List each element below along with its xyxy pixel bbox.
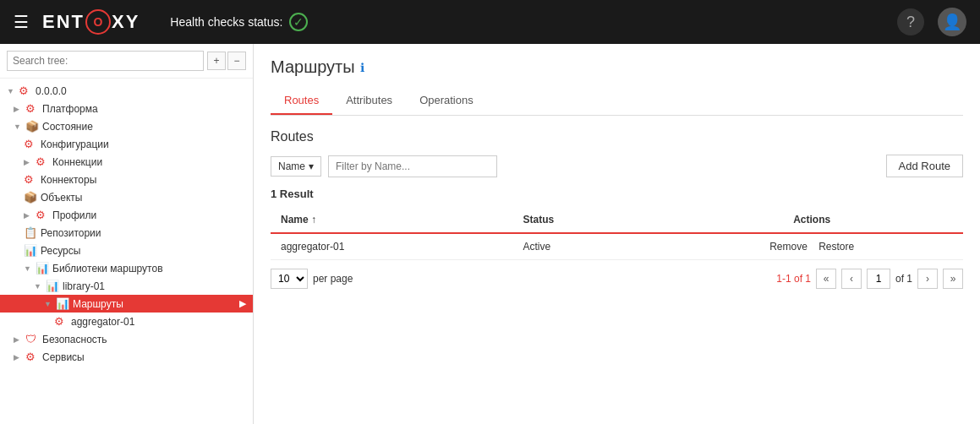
first-page-button[interactable]: « bbox=[816, 269, 836, 289]
tree-expand-routes bbox=[44, 299, 52, 308]
col-name[interactable]: Name ↑ bbox=[271, 207, 512, 233]
tree-item-objects[interactable]: 📦 Объекты bbox=[0, 188, 253, 206]
health-check-icon: ✓ bbox=[289, 13, 308, 31]
tree-label-connections: Коннекции bbox=[52, 156, 102, 168]
tree-item-state[interactable]: 📦 Состояние bbox=[0, 117, 253, 135]
add-route-button[interactable]: Add Route bbox=[886, 155, 963, 177]
logo-text: ENT bbox=[42, 11, 85, 33]
table-row: aggregator-01 Active Remove Restore bbox=[271, 233, 963, 260]
tree-item-route-libs[interactable]: 📊 Библиотеки маршрутов bbox=[0, 259, 253, 277]
last-page-button[interactable]: » bbox=[943, 269, 963, 289]
logo-text2: XY bbox=[112, 11, 140, 33]
tree-icon-objects: 📦 bbox=[24, 191, 37, 204]
tree-expand-connections bbox=[24, 157, 32, 166]
expand-all-icon[interactable]: + bbox=[207, 52, 226, 70]
prev-page-button[interactable]: ‹ bbox=[841, 269, 862, 289]
tree-item-connectors[interactable]: ⚙ Коннекторы bbox=[0, 171, 253, 188]
tree-item-security[interactable]: 🛡 Безопасность bbox=[0, 330, 253, 348]
sidebar: + − ⚙ 0.0.0.0 ⚙ Платформа 📦 Состояние bbox=[0, 44, 254, 424]
tree-icon-profiles: ⚙ bbox=[36, 209, 49, 221]
tree-label-connectors: Коннекторы bbox=[41, 174, 96, 186]
tree-icon-library-01: 📊 bbox=[46, 280, 59, 292]
restore-action[interactable]: Restore bbox=[818, 241, 854, 253]
pagination-info: 1-1 of 1 bbox=[776, 273, 811, 285]
tab-routes[interactable]: Routes bbox=[271, 87, 332, 115]
table-header-row: Name ↑ Status Actions bbox=[271, 207, 963, 233]
tree-label-resources: Ресурсы bbox=[41, 245, 80, 257]
current-page-input[interactable] bbox=[867, 269, 890, 289]
logo-circle: O bbox=[85, 9, 111, 35]
tree-expand-library-01 bbox=[34, 281, 42, 291]
tab-operations[interactable]: Operations bbox=[406, 87, 487, 115]
tree-label-config: Конфигурации bbox=[41, 139, 109, 150]
search-input[interactable] bbox=[7, 51, 204, 71]
tree-expand-state bbox=[14, 122, 22, 131]
tree-item-root[interactable]: ⚙ 0.0.0.0 bbox=[0, 82, 253, 100]
page-title: Маршруты bbox=[271, 57, 355, 77]
row-name[interactable]: aggregator-01 bbox=[271, 233, 512, 260]
tree-item-repos[interactable]: 📋 Репозитории bbox=[0, 224, 253, 242]
tree-expand-route-libs bbox=[24, 264, 32, 273]
tree-label-root: 0.0.0.0 bbox=[36, 85, 67, 97]
tree-icon-state: 📦 bbox=[25, 120, 39, 133]
avatar[interactable]: 👤 bbox=[938, 8, 966, 36]
per-page-label: per page bbox=[313, 273, 353, 285]
tree-label-aggregator-01: aggregator-01 bbox=[71, 316, 134, 328]
per-page-select[interactable]: 10 bbox=[271, 269, 308, 289]
tree: ⚙ 0.0.0.0 ⚙ Платформа 📦 Состояние ⚙ Конф… bbox=[0, 79, 253, 369]
result-count: 1 Result bbox=[271, 188, 963, 200]
section-title: Routes bbox=[271, 129, 963, 144]
row-actions: Remove Restore bbox=[660, 233, 963, 260]
tree-icon-connections: ⚙ bbox=[36, 155, 49, 168]
tree-label-profiles: Профили bbox=[52, 209, 96, 221]
tree-label-platform: Платформа bbox=[42, 103, 98, 115]
tree-icon-connectors: ⚙ bbox=[24, 173, 37, 186]
sort-icon-name: ↑ bbox=[311, 214, 316, 226]
tree-icon-security: 🛡 bbox=[25, 333, 39, 345]
tree-label-objects: Объекты bbox=[41, 192, 83, 204]
help-button[interactable]: ? bbox=[897, 8, 924, 35]
tree-icon-repos: 📋 bbox=[24, 226, 37, 239]
tree-icon-root: ⚙ bbox=[19, 84, 32, 97]
tabs: Routes Attributes Operations bbox=[271, 87, 963, 116]
collapse-all-icon[interactable]: − bbox=[227, 52, 246, 70]
name-filter-dropdown[interactable]: Name ▾ bbox=[271, 156, 321, 177]
hamburger-menu[interactable]: ☰ bbox=[14, 12, 29, 32]
tree-icon-platform: ⚙ bbox=[25, 102, 39, 115]
tree-expand-profiles bbox=[24, 210, 32, 220]
tree-item-platform[interactable]: ⚙ Платформа bbox=[0, 100, 253, 117]
tree-item-services[interactable]: ⚙ Сервисы bbox=[0, 348, 253, 366]
logo: ENT O XY bbox=[42, 9, 140, 35]
tree-icon-config: ⚙ bbox=[24, 138, 37, 150]
page-of-label: of 1 bbox=[895, 273, 912, 285]
tree-label-services: Сервисы bbox=[42, 351, 85, 363]
col-status-label: Status bbox=[523, 214, 554, 226]
header: ☰ ENT O XY Health checks status: ✓ ? 👤 bbox=[0, 0, 980, 44]
tree-icon-aggregator-01: ⚙ bbox=[54, 315, 68, 328]
tree-item-connections[interactable]: ⚙ Коннекции bbox=[0, 153, 253, 171]
content: Маршруты ℹ Routes Attributes Operations … bbox=[254, 44, 980, 424]
health-label: Health checks status: bbox=[170, 15, 282, 29]
tree-label-repos: Репозитории bbox=[41, 227, 101, 239]
tree-item-aggregator-01[interactable]: ⚙ aggregator-01 bbox=[0, 313, 253, 330]
tree-expand-platform bbox=[14, 104, 22, 113]
tree-expand-services bbox=[14, 352, 22, 361]
tab-attributes[interactable]: Attributes bbox=[332, 87, 406, 115]
col-actions-label: Actions bbox=[793, 214, 830, 226]
tree-arrow-routes: ▶ bbox=[239, 298, 246, 309]
tree-item-resources[interactable]: 📊 Ресурсы bbox=[0, 242, 253, 259]
tree-icon-resources: 📊 bbox=[24, 244, 37, 257]
tree-expand-security bbox=[14, 334, 22, 344]
col-actions: Actions bbox=[660, 207, 963, 233]
next-page-button[interactable]: › bbox=[917, 269, 938, 289]
remove-action[interactable]: Remove bbox=[769, 241, 808, 253]
tree-item-routes[interactable]: 📊 Маршруты ▶ bbox=[0, 295, 253, 313]
tree-item-profiles[interactable]: ⚙ Профили bbox=[0, 206, 253, 224]
filter-name-label: Name bbox=[278, 160, 305, 172]
filter-name-input[interactable] bbox=[328, 155, 497, 177]
tree-item-library-01[interactable]: 📊 library-01 bbox=[0, 277, 253, 295]
tree-item-config[interactable]: ⚙ Конфигурации bbox=[0, 135, 253, 153]
page-info-icon[interactable]: ℹ bbox=[360, 61, 364, 74]
chevron-down-icon: ▾ bbox=[309, 160, 314, 172]
tree-label-routes: Маршруты bbox=[73, 298, 123, 310]
